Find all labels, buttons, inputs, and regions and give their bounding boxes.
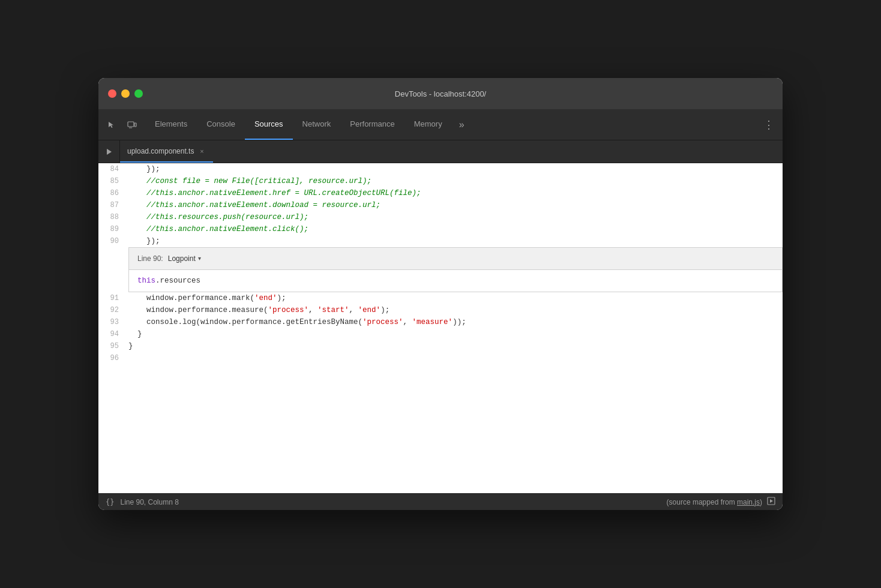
status-right: (source mapped from main.js) (667, 497, 775, 507)
line-number-87: 87 (98, 199, 128, 211)
more-tabs-button[interactable]: » (452, 109, 472, 140)
code-line-86: 86 //this.anchor.nativeElement.href = UR… (98, 187, 783, 199)
line-content-91: window.performance.mark('end'); (128, 292, 783, 304)
logpoint-container: Line 90: Logpoint ▾ this.resources (128, 247, 783, 292)
code-line-84: 84 }); (98, 163, 783, 175)
code-lines: 84 }); 85 //const file = new File([criti… (98, 163, 783, 364)
code-line-94: 94 } (98, 328, 783, 340)
source-map-info: (source mapped from main.js) (667, 498, 762, 506)
line-content-85: //const file = new File([critical], reso… (128, 175, 783, 187)
line-content-93: console.log(window.performance.getEntrie… (128, 316, 783, 328)
line-number-95: 95 (98, 340, 128, 352)
line-number-90: 90 (98, 235, 128, 247)
code-editor[interactable]: 84 }); 85 //const file = new File([criti… (98, 163, 783, 493)
line-content-95: } (128, 340, 783, 352)
play-button[interactable] (98, 140, 120, 163)
cursor-position: Line 90, Column 8 (120, 498, 178, 506)
code-line-92: 92 window.performance.measure('process',… (98, 304, 783, 316)
code-line-91: 91 window.performance.mark('end'); (98, 292, 783, 304)
cursor-icon[interactable] (103, 116, 120, 133)
line-content-87: //this.anchor.nativeElement.download = r… (128, 199, 783, 211)
tab-performance[interactable]: Performance (340, 109, 404, 140)
tab-bar: Elements Console Sources Network Perform… (98, 109, 783, 140)
logpoint-input[interactable]: this.resources (137, 277, 200, 285)
pretty-print-button[interactable]: {} (106, 498, 114, 506)
minimize-button[interactable] (121, 89, 130, 98)
line-content-89: //this.anchor.nativeElement.click(); (128, 223, 783, 235)
expand-status-icon[interactable] (767, 497, 775, 507)
line-number-94: 94 (98, 328, 128, 340)
svg-rect-0 (128, 122, 134, 127)
line-number-88: 88 (98, 211, 128, 223)
line-number-85: 85 (98, 175, 128, 187)
file-tab-close-button[interactable]: × (197, 147, 206, 155)
line-number-96: 96 (98, 352, 128, 364)
logpoint-type-select[interactable]: Logpoint ▾ (168, 253, 201, 265)
svg-marker-3 (107, 149, 112, 155)
code-line-96: 96 (98, 352, 783, 364)
tab-bar-spacer (472, 109, 755, 140)
code-line-88: 88 //this.resources.push(resource.url); (98, 211, 783, 223)
devtools-menu-button[interactable]: ⋮ (755, 109, 783, 140)
line-number-91: 91 (98, 292, 128, 304)
code-line-93: 93 console.log(window.performance.getEnt… (98, 316, 783, 328)
code-line-85: 85 //const file = new File([critical], r… (98, 175, 783, 187)
line-number-93: 93 (98, 316, 128, 328)
title-bar: DevTools - localhost:4200/ (98, 78, 783, 109)
line-number-84: 84 (98, 163, 128, 175)
tab-network[interactable]: Network (293, 109, 341, 140)
logpoint-type-label: Logpoint (168, 253, 196, 265)
window-title: DevTools - localhost:4200/ (395, 89, 486, 98)
devtools-window: DevTools - localhost:4200/ Elements Cons… (98, 78, 783, 510)
tab-bar-icons (98, 109, 145, 140)
line-number-89: 89 (98, 223, 128, 235)
logpoint-type-arrow: ▾ (198, 253, 201, 265)
logpoint-input-row: this.resources (129, 270, 782, 292)
traffic-lights (108, 89, 143, 98)
tab-memory[interactable]: Memory (404, 109, 452, 140)
tab-elements[interactable]: Elements (145, 109, 197, 140)
line-content-86: //this.anchor.nativeElement.href = URL.c… (128, 187, 783, 199)
status-bar: {} Line 90, Column 8 (source mapped from… (98, 493, 783, 510)
code-line-87: 87 //this.anchor.nativeElement.download … (98, 199, 783, 211)
line-content-88: //this.resources.push(resource.url); (128, 211, 783, 223)
file-tab-row: upload.component.ts × (98, 140, 783, 163)
file-tab-upload-component[interactable]: upload.component.ts × (120, 140, 213, 163)
line-content-84: }); (128, 163, 783, 175)
close-button[interactable] (108, 89, 116, 98)
line-number-86: 86 (98, 187, 128, 199)
code-line-90: 90 }); (98, 235, 783, 247)
maximize-button[interactable] (134, 89, 143, 98)
line-content-92: window.performance.measure('process', 's… (128, 304, 783, 316)
code-line-95: 95 } (98, 340, 783, 352)
logpoint-line-label: Line 90: (137, 253, 163, 265)
line-content-94: } (128, 328, 783, 340)
svg-rect-1 (134, 123, 136, 127)
device-icon[interactable] (124, 116, 140, 133)
line-content-90: }); (128, 235, 783, 247)
line-number-92: 92 (98, 304, 128, 316)
file-tab-name: upload.component.ts (127, 147, 194, 155)
code-line-89: 89 //this.anchor.nativeElement.click(); (98, 223, 783, 235)
source-map-link[interactable]: main.js (737, 498, 760, 506)
status-left: {} Line 90, Column 8 (106, 498, 179, 506)
tab-sources[interactable]: Sources (245, 109, 293, 140)
tab-console[interactable]: Console (197, 109, 245, 140)
logpoint-header: Line 90: Logpoint ▾ (129, 248, 782, 270)
